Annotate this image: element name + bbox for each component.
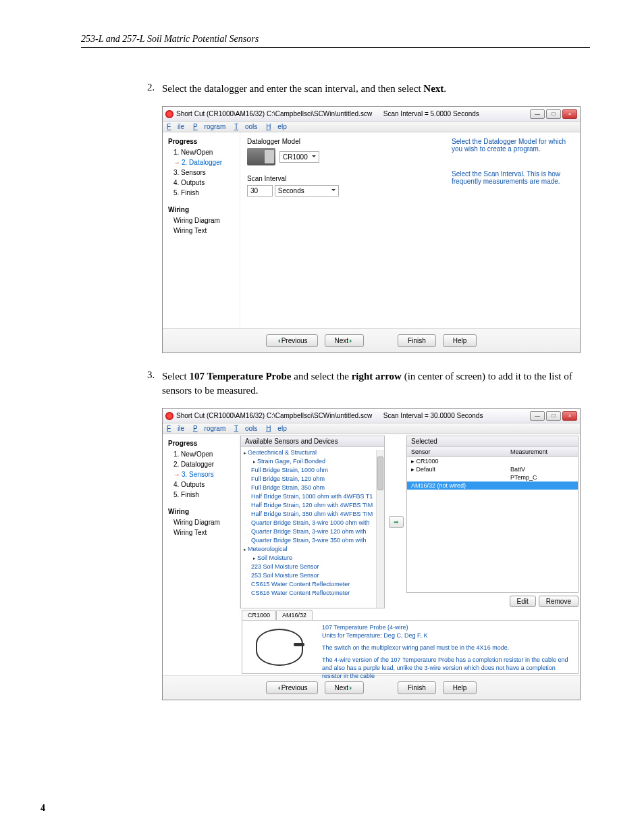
menu-help[interactable]: Help xyxy=(266,123,287,130)
tabs-row: CR1000 AM16/32 xyxy=(240,610,580,620)
nav-datalogger[interactable]: 2. Datalogger xyxy=(168,459,237,469)
tab-am1632[interactable]: AM16/32 xyxy=(276,610,313,620)
finish-button[interactable]: Finish xyxy=(398,681,436,694)
menu-help[interactable]: Help xyxy=(266,425,287,432)
tree-item[interactable]: Quarter Bridge Strain, 3-wire 350 ohm wi… xyxy=(244,536,381,545)
help-msg-1: Select the Datalogger Model for which yo… xyxy=(452,138,573,153)
app-icon xyxy=(165,110,173,118)
menu-tools[interactable]: Tools xyxy=(234,425,257,432)
step-3-d: right arrow xyxy=(352,371,402,382)
tree-header: Available Sensors and Devices xyxy=(241,436,384,447)
prev-label: Previous xyxy=(281,684,308,692)
tree-item[interactable]: Quarter Bridge Strain, 3-wire 1000 ohm w… xyxy=(244,519,381,527)
nav-new-open[interactable]: 1. New/Open xyxy=(168,147,237,157)
tree-item[interactable]: CS615 Water Content Reflectometer xyxy=(244,580,381,589)
help-button[interactable]: Help xyxy=(443,681,477,694)
remove-button[interactable]: Remove xyxy=(539,596,579,607)
sel-cell[interactable]: ▸ Default xyxy=(407,465,506,473)
tree-item[interactable]: Quarter Bridge Strain, 3-wire 120 ohm wi… xyxy=(244,527,381,536)
col-measurement[interactable]: Measurement xyxy=(506,447,578,457)
tab-cr1000[interactable]: CR1000 xyxy=(242,610,276,620)
step-3: 3. Select 107 Temperature Probe and sele… xyxy=(162,369,590,398)
close-button[interactable]: × xyxy=(562,411,577,421)
model-label: Datalogger Model xyxy=(247,138,438,145)
nav-wiring-diagram[interactable]: Wiring Diagram xyxy=(168,215,237,226)
minimize-button[interactable]: — xyxy=(530,411,545,421)
folder-temp[interactable]: Temperature xyxy=(244,598,381,600)
tree-item[interactable]: 253 Soil Moisture Sensor xyxy=(244,571,381,580)
scroll-thumb[interactable] xyxy=(377,457,383,490)
chevron-left-icon xyxy=(276,686,280,690)
nav-wiring-diagram[interactable]: Wiring Diagram xyxy=(168,517,237,527)
step-2: 2. Select the datalogger and enter the s… xyxy=(162,82,590,96)
tree-item[interactable]: Full Bridge Strain, 1000 ohm xyxy=(244,466,381,475)
nav-finish[interactable]: 5. Finish xyxy=(168,188,237,198)
previous-button[interactable]: Previous xyxy=(266,681,318,694)
sel-cell: BattV xyxy=(506,465,578,473)
menu-tools[interactable]: Tools xyxy=(234,123,257,130)
close-button[interactable]: × xyxy=(562,109,577,119)
title-right-1: Scan Interval = 5.0000 Seconds xyxy=(383,110,479,118)
folder-met[interactable]: Meteorological xyxy=(244,545,381,554)
tree-item[interactable]: CS616 Water Content Reflectometer xyxy=(244,589,381,598)
button-row-1: Previous Next Finish Help xyxy=(163,328,580,353)
app-icon xyxy=(165,412,173,420)
folder-soil[interactable]: Soil Moisture xyxy=(244,554,381,563)
nav-wiring-text[interactable]: Wiring Text xyxy=(168,226,237,236)
folder-geo[interactable]: Geotechnical & Structural xyxy=(244,448,381,457)
selected-panel: Selected SensorMeasurement ▸ CR1000 ▸ De… xyxy=(406,436,579,608)
maximize-button[interactable]: □ xyxy=(546,109,561,119)
chevron-right-icon xyxy=(350,686,354,690)
sel-cell-highlighted[interactable]: AM16/32 (not wired) xyxy=(407,481,506,490)
menu-program[interactable]: Program xyxy=(193,123,225,130)
tree-item[interactable]: Half Bridge Strain, 350 ohm with 4WFBS T… xyxy=(244,510,381,519)
tree-scrollbar[interactable] xyxy=(376,450,384,608)
menubar-1: File Program Tools Help xyxy=(163,122,580,132)
maximize-button[interactable]: □ xyxy=(546,411,561,421)
minimize-button[interactable]: — xyxy=(530,109,545,119)
nav-outputs[interactable]: 4. Outputs xyxy=(168,479,237,490)
menu-program[interactable]: Program xyxy=(193,425,225,432)
nav-outputs[interactable]: 4. Outputs xyxy=(168,178,237,188)
next-label: Next xyxy=(335,684,349,692)
model-dropdown[interactable]: CR1000 xyxy=(279,151,319,163)
tree-item[interactable]: Half Bridge Strain, 120 ohm with 4WFBS T… xyxy=(244,501,381,510)
col-sensor[interactable]: Sensor xyxy=(407,447,506,457)
desc-note-2: The 4-wire version of the 107 Temperatur… xyxy=(322,656,572,680)
menu-file[interactable]: File xyxy=(167,425,184,432)
help-msg-2: Select the Scan Interval. This is how fr… xyxy=(452,170,573,185)
folder-strain[interactable]: Strain Gage, Foil Bonded xyxy=(244,457,381,466)
nav-finish[interactable]: 5. Finish xyxy=(168,490,237,500)
tree-item[interactable]: Half Bridge Strain, 1000 ohm with 4WFBS … xyxy=(244,492,381,501)
window-buttons-1: — □ × xyxy=(530,109,577,119)
scan-value-input[interactable]: 30 xyxy=(247,185,273,197)
finish-button[interactable]: Finish xyxy=(398,334,436,347)
sensor-tree[interactable]: Geotechnical & Structural Strain Gage, F… xyxy=(241,447,384,600)
previous-button[interactable]: Previous xyxy=(266,334,318,347)
progress-hdr-1: Progress xyxy=(168,138,237,145)
tree-item[interactable]: Full Bridge Strain, 120 ohm xyxy=(244,475,381,484)
titlebar-2: Short Cut (CR1000\AM16/32) C:\Campbellsc… xyxy=(163,409,580,423)
help-button[interactable]: Help xyxy=(443,334,477,347)
sel-cell[interactable]: ▸ CR1000 xyxy=(407,457,506,466)
nav-sensors[interactable]: 3. Sensors xyxy=(168,167,237,178)
sel-cell: PTemp_C xyxy=(506,473,578,481)
tree-item[interactable]: Full Bridge Strain, 350 ohm xyxy=(244,484,381,492)
menu-file[interactable]: File xyxy=(167,123,184,130)
next-button[interactable]: Next xyxy=(325,681,365,694)
description-panel: 107 Temperature Probe (4-wire) Units for… xyxy=(242,620,579,674)
next-button[interactable]: Next xyxy=(325,334,365,347)
step-2-c: . xyxy=(444,83,446,94)
prev-label: Previous xyxy=(281,337,308,344)
nav-datalogger[interactable]: →2. Datalogger xyxy=(168,157,237,167)
desc-note-1: The switch on the multiplexor wiring pan… xyxy=(322,644,572,652)
tree-item[interactable]: 223 Soil Moisture Sensor xyxy=(244,563,381,571)
edit-button[interactable]: Edit xyxy=(510,596,536,607)
nav-sensors[interactable]: →3. Sensors xyxy=(168,469,237,479)
add-sensor-button[interactable]: ➡ xyxy=(389,516,404,528)
scan-unit-dropdown[interactable]: Seconds xyxy=(275,185,339,197)
nav-wiring-text[interactable]: Wiring Text xyxy=(168,527,237,538)
page-header: 253-L and 257-L Soil Matric Potential Se… xyxy=(81,34,590,48)
nav-new-open[interactable]: 1. New/Open xyxy=(168,449,237,459)
screenshot-1: Short Cut (CR1000\AM16/32) C:\Campbellsc… xyxy=(162,106,581,353)
